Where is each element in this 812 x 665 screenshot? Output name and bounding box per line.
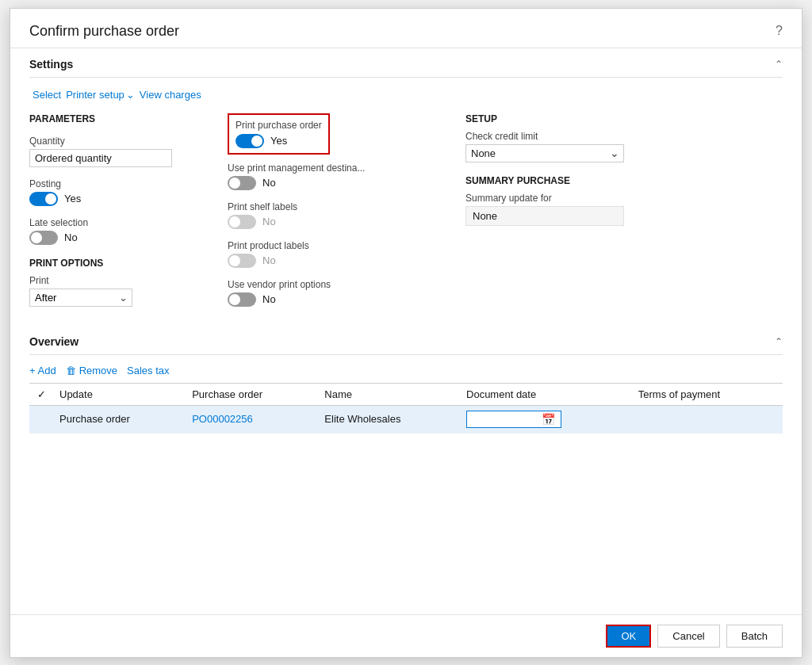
use-print-mgmt-label: Use print management destina... xyxy=(228,162,450,174)
posting-toggle-label: Yes xyxy=(64,193,81,204)
parameters-heading-group: PARAMETERS xyxy=(29,113,212,124)
confirm-purchase-order-dialog: Confirm purchase order ? Settings ⌃ Sele… xyxy=(10,8,802,658)
print-shelf-labels-toggle-label: No xyxy=(262,216,276,227)
late-selection-field: Late selection No xyxy=(29,217,212,245)
quantity-value: Ordered quantity xyxy=(29,149,172,167)
print-select[interactable]: After Before None xyxy=(29,289,132,307)
col-document-date: Document date xyxy=(460,383,632,405)
print-po-label: Print purchase order xyxy=(236,120,322,131)
table-header-row: ✓ Update Purchase order Name Document da… xyxy=(29,383,783,405)
settings-section-title: Settings xyxy=(29,58,73,71)
dialog-footer: OK Cancel Batch xyxy=(10,614,802,657)
use-vendor-print-label: Use vendor print options xyxy=(228,279,450,290)
date-input-wrapper: 📅 xyxy=(466,411,561,428)
print-options-label: PRINT OPTIONS xyxy=(29,258,212,269)
table-body: Purchase order PO00002256 Elite Wholesal… xyxy=(29,405,783,433)
late-selection-toggle-container: No xyxy=(29,231,212,245)
print-po-toggle[interactable] xyxy=(236,134,264,148)
overview-table: ✓ Update Purchase order Name Document da… xyxy=(29,383,783,434)
calendar-icon[interactable]: 📅 xyxy=(538,411,558,427)
print-options-group: PRINT OPTIONS Print After Before None xyxy=(29,258,212,307)
parameters-label: PARAMETERS xyxy=(29,113,212,124)
col-terms-of-payment: Terms of payment xyxy=(632,383,783,405)
late-selection-toggle[interactable] xyxy=(29,231,58,245)
late-selection-label: Late selection xyxy=(29,217,212,228)
print-shelf-labels-toggle-container: No xyxy=(228,215,450,229)
check-credit-limit-select[interactable]: None Balance Balance + delivery xyxy=(465,144,624,162)
table-row[interactable]: Purchase order PO00002256 Elite Wholesal… xyxy=(29,405,783,433)
posting-label: Posting xyxy=(29,178,212,189)
overview-section-header: Overview ⌃ xyxy=(29,326,783,355)
print-field: Print After Before None xyxy=(29,275,212,307)
quantity-field: Quantity Ordered quantity xyxy=(29,136,212,167)
row-po-cell: PO00002256 xyxy=(186,405,318,433)
dialog-header: Confirm purchase order ? xyxy=(10,9,802,48)
table-header: ✓ Update Purchase order Name Document da… xyxy=(29,383,783,405)
print-column: Print purchase order Yes Use print manag… xyxy=(228,113,450,318)
main-content: Settings ⌃ Select Printer setup ⌄ View c… xyxy=(10,48,802,614)
printer-setup-dropdown[interactable]: Printer setup ⌄ xyxy=(66,89,135,101)
settings-section: Settings ⌃ Select Printer setup ⌄ View c… xyxy=(10,48,802,318)
select-link[interactable]: Select xyxy=(29,87,64,102)
use-vendor-print-toggle-container: No xyxy=(228,292,450,307)
remove-icon: 🗑 xyxy=(66,365,76,376)
row-name-cell: Elite Wholesales xyxy=(318,405,460,433)
col-update: Update xyxy=(53,383,186,405)
setup-column: SETUP Check credit limit None Balance Ba… xyxy=(465,113,783,318)
cancel-button[interactable]: Cancel xyxy=(657,625,719,648)
print-label: Print xyxy=(29,275,212,286)
help-icon[interactable]: ? xyxy=(776,24,783,38)
print-product-labels-toggle-container: No xyxy=(228,254,450,268)
use-vendor-print-toggle-label: No xyxy=(262,293,276,305)
summary-update-label: Summary update for xyxy=(465,193,783,204)
settings-collapse-icon[interactable]: ⌃ xyxy=(775,59,783,70)
row-update-cell: Purchase order xyxy=(53,405,186,433)
batch-button[interactable]: Batch xyxy=(726,625,783,648)
row-document-date-cell: 📅 xyxy=(460,405,632,433)
use-vendor-print-toggle[interactable] xyxy=(228,292,256,307)
print-shelf-labels-toggle xyxy=(228,215,256,229)
summary-update-value: None xyxy=(465,206,624,226)
use-print-mgmt-toggle-label: No xyxy=(262,177,276,189)
print-select-wrapper: After Before None xyxy=(29,289,132,307)
row-check-cell xyxy=(29,405,53,433)
print-shelf-labels-field: Print shelf labels No xyxy=(228,201,450,229)
sales-tax-button[interactable]: Sales tax xyxy=(127,365,169,376)
overview-toolbar: + Add 🗑 Remove Sales tax xyxy=(29,365,783,376)
print-po-toggle-label: Yes xyxy=(270,135,287,147)
document-date-input[interactable] xyxy=(467,411,538,426)
late-selection-toggle-label: No xyxy=(64,231,78,243)
posting-field: Posting Yes xyxy=(29,178,212,206)
po-link[interactable]: PO00002256 xyxy=(192,413,253,425)
overview-section-title: Overview xyxy=(29,335,79,348)
add-button[interactable]: + Add xyxy=(29,365,56,376)
col-purchase-order: Purchase order xyxy=(186,383,318,405)
row-terms-cell xyxy=(632,405,783,433)
print-product-labels-toggle xyxy=(228,254,256,268)
posting-toggle-container: Yes xyxy=(29,192,212,206)
col-check: ✓ xyxy=(29,383,53,405)
col-name: Name xyxy=(318,383,460,405)
check-credit-limit-wrapper: None Balance Balance + delivery xyxy=(465,144,624,162)
use-print-mgmt-toggle[interactable] xyxy=(228,176,256,190)
ok-button[interactable]: OK xyxy=(606,625,651,648)
print-po-toggle-container: Yes xyxy=(236,134,322,148)
check-credit-limit-label: Check credit limit xyxy=(465,131,783,142)
print-product-labels-field: Print product labels No xyxy=(228,240,450,268)
view-charges-link[interactable]: View charges xyxy=(136,87,205,102)
remove-button[interactable]: 🗑 Remove xyxy=(66,365,117,376)
setup-label: SETUP xyxy=(465,113,783,124)
print-product-labels-label: Print product labels xyxy=(228,240,450,251)
overview-section: Overview ⌃ + Add 🗑 Remove Sales tax xyxy=(10,326,802,434)
settings-section-header: Settings ⌃ xyxy=(29,48,783,78)
posting-toggle[interactable] xyxy=(29,192,58,206)
check-credit-limit-field: Check credit limit None Balance Balance … xyxy=(465,131,783,162)
settings-grid: PARAMETERS Quantity Ordered quantity Pos… xyxy=(29,113,783,318)
quantity-label: Quantity xyxy=(29,136,212,147)
summary-purchase-group: SUMMARY PURCHASE Summary update for None xyxy=(465,175,783,226)
printer-setup-chevron-icon: ⌄ xyxy=(126,89,135,101)
summary-update-field: Summary update for None xyxy=(465,193,783,226)
overview-collapse-icon[interactable]: ⌃ xyxy=(775,336,783,347)
dialog-title: Confirm purchase order xyxy=(29,23,179,40)
print-shelf-labels-label: Print shelf labels xyxy=(228,201,450,212)
